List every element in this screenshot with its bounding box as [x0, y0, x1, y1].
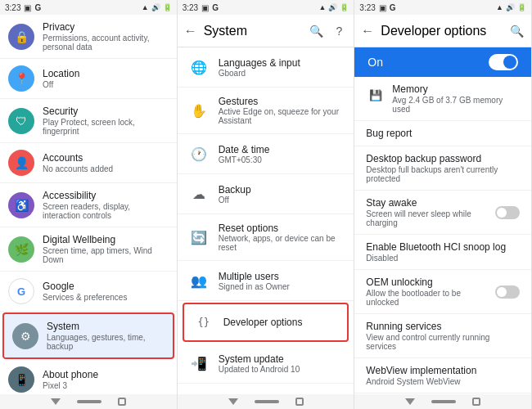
settings-item-accessibility[interactable]: ♿ Accessibility Screen readers, display,… [0, 183, 177, 227]
status-left-2: 3:23 ▣ G [183, 3, 219, 12]
desktop-backup-subtitle: Desktop full backups aren't currently pr… [366, 165, 520, 183]
sim-icon-3: ▣ [379, 3, 386, 12]
system-item-multiusers[interactable]: 👥 Multiple users Signed in as Owner [178, 261, 354, 301]
recents-nav-3[interactable] [472, 398, 480, 406]
recents-nav[interactable] [118, 398, 126, 406]
developer-header: ← Developer options 🔍 [354, 15, 531, 47]
system-item-sysupdate[interactable]: 📲 System update Updated to Android 10 [178, 344, 354, 384]
settings-item-accounts[interactable]: 👤 Accounts No accounts added [0, 143, 177, 183]
accounts-subtitle: No accounts added [43, 164, 169, 173]
location-subtitle: Off [43, 80, 169, 89]
system-icon: ⚙ [12, 323, 38, 349]
languages-icon: 🌐 [187, 56, 210, 79]
settings-item-system[interactable]: ⚙ System Languages, gestures, time, back… [2, 312, 174, 359]
back-nav-3[interactable] [405, 398, 415, 405]
google-title: Google [43, 281, 169, 292]
stay-awake-title: Stay awake [366, 197, 495, 209]
system-back-button[interactable]: ← [184, 24, 197, 38]
system-list: 🌐 Languages & input Gboard ✋ Gestures Ac… [178, 47, 354, 394]
home-nav-3[interactable] [431, 400, 456, 403]
oem-unlocking-content: OEM unlocking Allow the bootloader to be… [366, 276, 495, 307]
system-subtitle: Languages, gestures, time, backup [47, 333, 165, 351]
oem-unlocking-subtitle: Allow the bootloader to be unlocked [366, 289, 495, 307]
time-2: 3:23 [183, 3, 198, 12]
google-text: Google Services & preferences [43, 281, 169, 302]
settings-item-privacy[interactable]: 🔒 Privacy Permissions, account activity,… [0, 15, 177, 59]
developer-back-button[interactable]: ← [361, 24, 374, 38]
datetime-subtitle: GMT+05:30 [219, 155, 345, 164]
sysupdate-subtitle: Updated to Android 10 [219, 365, 345, 374]
dev-item-bluetooth-hci[interactable]: Enable Bluetooth HCI snoop log Disabled [354, 235, 531, 270]
reset-icon: 🔄 [187, 226, 210, 249]
back-nav-2[interactable] [228, 398, 238, 405]
home-nav[interactable] [77, 400, 101, 403]
dev-item-oem-unlocking[interactable]: OEM unlocking Allow the bootloader to be… [354, 270, 531, 314]
backup-text: Backup Off [219, 184, 345, 204]
dev-item-webview[interactable]: WebView implementation Android System We… [354, 358, 531, 393]
system-item-languages[interactable]: 🌐 Languages & input Gboard [178, 47, 354, 88]
developer-search-icon[interactable]: 🔍 [508, 23, 525, 39]
reset-text: Reset options Network, apps, or device c… [219, 222, 345, 252]
developer-on-toggle[interactable] [489, 54, 518, 70]
g-icon-3: G [390, 3, 396, 12]
system-item-developer[interactable]: {} Developer options [183, 303, 349, 342]
battery-icon-2: 🔋 [340, 3, 349, 11]
webview-title: WebView implementation [366, 365, 520, 376]
status-left-1: 3:23 ▣ G [5, 3, 41, 12]
sysupdate-text: System update Updated to Android 10 [219, 353, 345, 374]
digital-wellbeing-title: Digital Wellbeing [43, 234, 169, 245]
dev-item-stay-awake[interactable]: Stay awake Screen will never sleep while… [354, 191, 531, 235]
sim-icon-2: ▣ [201, 3, 209, 12]
recents-nav-2[interactable] [295, 398, 304, 406]
dev-item-running-services[interactable]: Running services View and control curren… [354, 314, 531, 358]
system-item-backup[interactable]: ☁ Backup Off [178, 174, 354, 214]
settings-item-google[interactable]: G Google Services & preferences [0, 272, 177, 312]
location-icon: 📍 [8, 65, 34, 92]
home-nav-2[interactable] [255, 400, 279, 403]
nav-bar-1 [0, 394, 177, 409]
gestures-subtitle: Active Edge on, squeeze for your Assista… [219, 107, 345, 125]
settings-item-digital-wellbeing[interactable]: 🌿 Digital Wellbeing Screen time, app tim… [0, 227, 177, 272]
datetime-title: Date & time [219, 144, 345, 155]
system-item-reset[interactable]: 🔄 Reset options Network, apps, or device… [178, 214, 354, 261]
bluetooth-hci-subtitle: Disabled [366, 254, 520, 263]
privacy-icon: 🔒 [8, 24, 34, 50]
stay-awake-row: Stay awake Screen will never sleep while… [366, 197, 520, 227]
languages-title: Languages & input [219, 57, 345, 69]
stay-awake-toggle[interactable] [495, 206, 520, 219]
system-item-gestures[interactable]: ✋ Gestures Active Edge on, squeeze for y… [178, 88, 354, 134]
developer-on-bar[interactable]: On [354, 47, 531, 77]
location-title: Location [43, 68, 169, 79]
settings-list: 🔒 Privacy Permissions, account activity,… [0, 15, 177, 394]
dev-item-desktop-backup[interactable]: Desktop backup password Desktop full bac… [354, 146, 531, 191]
multiusers-subtitle: Signed in as Owner [219, 282, 345, 291]
about-phone-title: About phone [43, 369, 169, 380]
stay-awake-subtitle: Screen will never sleep while charging [366, 209, 495, 227]
dev-item-memory[interactable]: 💾 Memory Avg 2.4 GB of 3.7 GB memory use… [354, 77, 531, 121]
google-subtitle: Services & preferences [43, 293, 169, 302]
help-icon[interactable]: ? [331, 23, 347, 39]
bluetooth-hci-title: Enable Bluetooth HCI snoop log [366, 241, 520, 253]
oem-unlocking-row: OEM unlocking Allow the bootloader to be… [366, 276, 520, 307]
accounts-text: Accounts No accounts added [43, 152, 169, 173]
status-bar-1: 3:23 ▣ G ▲ 🔊 🔋 [0, 0, 177, 15]
settings-item-security[interactable]: 🛡 Security Play Protect, screen lock, fi… [0, 99, 177, 143]
gestures-text: Gestures Active Edge on, squeeze for you… [219, 96, 345, 125]
oem-unlocking-title: OEM unlocking [366, 276, 495, 288]
oem-unlocking-toggle[interactable] [495, 285, 520, 299]
backup-icon: ☁ [187, 182, 210, 205]
back-nav[interactable] [51, 398, 61, 405]
search-icon[interactable]: 🔍 [308, 23, 324, 39]
panel-system: 3:23 ▣ G ▲ 🔊 🔋 ← System 🔍 ? 🌐 Languages … [178, 0, 355, 409]
accessibility-title: Accessibility [43, 190, 169, 201]
panel-settings: 3:23 ▣ G ▲ 🔊 🔋 🔒 Privacy Permissions, ac… [0, 0, 178, 409]
security-text: Security Play Protect, screen lock, fing… [43, 106, 169, 136]
system-item-datetime[interactable]: 🕐 Date & time GMT+05:30 [178, 134, 354, 174]
dev-item-bugreport[interactable]: Bug report [354, 121, 531, 146]
running-services-title: Running services [366, 321, 520, 332]
settings-item-about-phone[interactable]: 📱 About phone Pixel 3 [0, 360, 177, 394]
settings-item-location[interactable]: 📍 Location Off [0, 59, 177, 99]
languages-text: Languages & input Gboard [219, 57, 345, 78]
datetime-text: Date & time GMT+05:30 [219, 144, 345, 164]
developer-on-label: On [367, 56, 383, 69]
